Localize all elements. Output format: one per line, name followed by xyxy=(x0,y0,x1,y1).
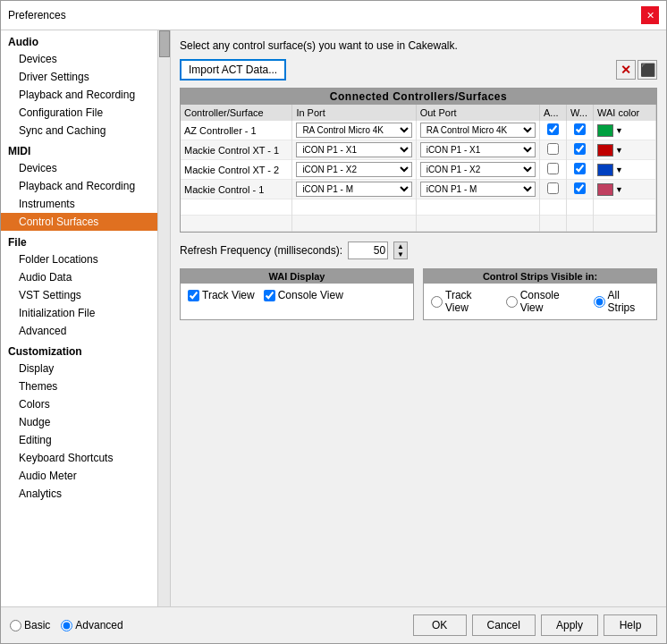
close-button[interactable]: ✕ xyxy=(641,6,659,24)
color-swatch-3[interactable] xyxy=(597,164,613,176)
in-port-select-3[interactable]: iCON P1 - X2 xyxy=(296,162,411,177)
control-strips-console-view-radio[interactable] xyxy=(506,296,518,308)
sidebar-item-cust-themes[interactable]: Themes xyxy=(1,377,157,395)
checkbox-w-3[interactable] xyxy=(574,163,586,174)
control-strips-console-view-label[interactable]: Console View xyxy=(506,289,585,314)
color-dropdown-arrow-2[interactable]: ▼ xyxy=(615,146,623,155)
wai-console-view-checkbox[interactable] xyxy=(264,290,275,301)
cancel-button[interactable]: Cancel xyxy=(472,614,536,636)
cell-out-port-2: iCON P1 - X1 xyxy=(416,140,539,160)
checkbox-w-2[interactable] xyxy=(574,143,586,155)
cell-a-3 xyxy=(540,160,567,180)
import-act-data-button[interactable]: Import ACT Data... xyxy=(180,59,286,80)
out-port-select-4[interactable]: iCON P1 - M xyxy=(420,182,536,197)
out-port-select-3[interactable]: iCON P1 - X2 xyxy=(420,162,536,177)
in-port-select-4[interactable]: iCON P1 - M xyxy=(296,182,411,197)
advanced-radio-label[interactable]: Advanced xyxy=(61,619,122,631)
sidebar-group-file: File xyxy=(1,231,157,250)
sidebar-item-cust-editing[interactable]: Editing xyxy=(1,431,157,449)
out-port-select-2[interactable]: iCON P1 - X1 xyxy=(420,142,536,157)
cell-out-port-4: iCON P1 - M xyxy=(416,180,539,199)
wai-display-panel: WAI Display Track View Console View xyxy=(180,268,414,320)
control-strips-all-strips-label[interactable]: All Strips xyxy=(594,289,649,314)
sidebar-group-midi: MIDI xyxy=(1,140,157,159)
sidebar-item-cust-display[interactable]: Display xyxy=(1,360,157,377)
sidebar-item-midi-control-surfaces[interactable]: Control Surfaces xyxy=(1,213,157,231)
add-icon-button[interactable]: ⬛ xyxy=(637,60,657,80)
cell-color-2: ▼ xyxy=(594,140,656,160)
control-strips-track-view-text: Track View xyxy=(445,289,497,314)
checkbox-a-3[interactable] xyxy=(547,163,559,174)
sidebar-item-audio-configuration-file[interactable]: Configuration File xyxy=(1,104,157,122)
basic-radio-label[interactable]: Basic xyxy=(10,619,50,631)
color-dropdown-arrow-4[interactable]: ▼ xyxy=(615,185,623,194)
refresh-spin-down[interactable]: ▼ xyxy=(394,250,407,258)
import-row: Import ACT Data... ✕ ⬛ xyxy=(180,59,657,80)
sidebar-item-file-folder-locations[interactable]: Folder Locations xyxy=(1,250,157,268)
color-dropdown-arrow-3[interactable]: ▼ xyxy=(615,165,623,174)
footer: Basic Advanced OK Cancel Apply Help xyxy=(1,606,666,643)
ok-button[interactable]: OK xyxy=(413,614,467,636)
sidebar-item-file-initialization-file[interactable]: Initialization File xyxy=(1,304,157,322)
title-bar: Preferences ✕ xyxy=(1,1,666,30)
wai-console-view-label[interactable]: Console View xyxy=(264,289,343,301)
cell-w-1 xyxy=(567,121,594,140)
sidebar-item-file-advanced[interactable]: Advanced xyxy=(1,322,157,340)
checkbox-a-4[interactable] xyxy=(547,182,559,194)
help-button[interactable]: Help xyxy=(604,614,657,636)
sidebar-item-audio-devices[interactable]: Devices xyxy=(1,50,157,68)
cell-out-port-3: iCON P1 - X2 xyxy=(416,160,539,180)
preferences-window: Preferences ✕ Audio Devices Driver Setti… xyxy=(0,0,667,644)
sidebar-item-midi-instruments[interactable]: Instruments xyxy=(1,195,157,213)
basic-radio[interactable] xyxy=(10,620,21,631)
color-swatch-1[interactable] xyxy=(597,124,613,137)
apply-button[interactable]: Apply xyxy=(541,614,598,636)
sidebar-item-file-vst-settings[interactable]: VST Settings xyxy=(1,286,157,304)
checkbox-a-1[interactable] xyxy=(547,123,559,135)
color-dropdown-arrow-1[interactable]: ▼ xyxy=(615,126,623,135)
refresh-spin-up[interactable]: ▲ xyxy=(394,242,407,250)
sidebar-item-cust-analytics[interactable]: Analytics xyxy=(1,485,157,503)
control-strips-all-strips-radio[interactable] xyxy=(594,296,605,308)
sidebar-item-midi-playback-recording[interactable]: Playback and Recording xyxy=(1,177,157,195)
sidebar-item-cust-audio-meter[interactable]: Audio Meter xyxy=(1,467,157,485)
in-port-select-1[interactable]: RA Control Micro 4K xyxy=(296,123,411,138)
control-strips-track-view-label[interactable]: Track View xyxy=(431,289,497,314)
cell-color-4: ▼ xyxy=(594,180,656,199)
window-title: Preferences xyxy=(8,9,66,21)
wai-display-title: WAI Display xyxy=(181,269,413,284)
color-swatch-2[interactable] xyxy=(597,144,613,157)
wai-track-view-label[interactable]: Track View xyxy=(188,289,255,301)
sidebar-item-midi-devices[interactable]: Devices xyxy=(1,159,157,177)
sidebar-item-cust-colors[interactable]: Colors xyxy=(1,395,157,413)
sidebar-item-audio-driver-settings[interactable]: Driver Settings xyxy=(1,68,157,86)
color-swatch-4[interactable] xyxy=(597,183,613,196)
sidebar-item-cust-keyboard-shortcuts[interactable]: Keyboard Shortcuts xyxy=(1,449,157,467)
sidebar-item-audio-playback-recording[interactable]: Playback and Recording xyxy=(1,86,157,104)
delete-icon-button[interactable]: ✕ xyxy=(616,60,636,80)
in-port-select-2[interactable]: iCON P1 - X1 xyxy=(296,142,411,157)
wai-display-content: Track View Console View xyxy=(181,284,413,307)
advanced-radio[interactable] xyxy=(61,620,72,631)
cell-controller-1: AZ Controller - 1 xyxy=(181,121,292,140)
table-row-empty-1 xyxy=(181,199,656,216)
sidebar-item-file-audio-data[interactable]: Audio Data xyxy=(1,268,157,286)
out-port-select-1[interactable]: RA Control Micro 4K xyxy=(420,123,536,138)
checkbox-w-1[interactable] xyxy=(574,123,586,135)
sidebar-item-audio-sync-caching[interactable]: Sync and Caching xyxy=(1,122,157,140)
table-section-title: Connected Controllers/Surfaces xyxy=(181,89,656,105)
col-header-out-port: Out Port xyxy=(416,105,539,121)
sidebar-scrollbar[interactable] xyxy=(157,30,170,606)
refresh-frequency-input[interactable] xyxy=(348,242,388,259)
checkbox-a-2[interactable] xyxy=(547,143,559,155)
sidebar-scrollbar-thumb[interactable] xyxy=(159,30,170,57)
control-strips-track-view-radio[interactable] xyxy=(431,296,443,308)
basic-label: Basic xyxy=(24,619,50,631)
control-strips-console-view-text: Console View xyxy=(520,289,585,314)
checkbox-w-4[interactable] xyxy=(574,182,586,194)
wai-track-view-checkbox[interactable] xyxy=(188,290,199,301)
cell-controller-4: Mackie Control - 1 xyxy=(181,180,292,199)
refresh-frequency-row: Refresh Frequency (milliseconds): ▲ ▼ xyxy=(180,242,657,259)
connected-controllers-table-container: Connected Controllers/Surfaces Controlle… xyxy=(180,88,657,233)
sidebar-item-cust-nudge[interactable]: Nudge xyxy=(1,413,157,431)
